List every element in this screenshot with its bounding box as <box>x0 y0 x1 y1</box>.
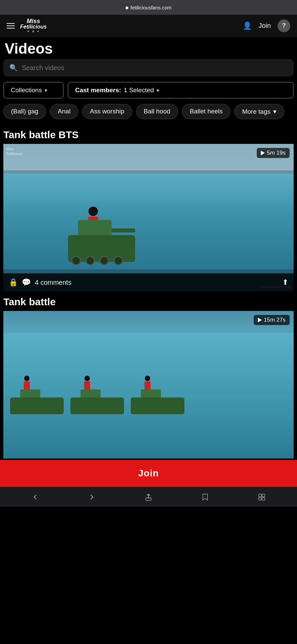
tag-ball-hood[interactable]: Ball hood <box>136 104 178 119</box>
more-tags-label: More tags <box>242 108 270 115</box>
collections-chevron-icon: ▾ <box>45 87 47 94</box>
thumbnail-bg-bts: Miss Fetilicious 5m 19s Fetiliciousfans.… <box>3 144 294 291</box>
header-right: 👤 Join ? <box>243 19 290 32</box>
join-bar-label: Join <box>138 468 159 479</box>
search-input[interactable] <box>22 64 288 72</box>
search-icon: 🔍 <box>9 64 18 72</box>
play-icon-bts <box>261 151 265 155</box>
logo-fetilicious-text: Fetilicious <box>20 24 47 30</box>
collections-label: Collections <box>11 87 42 94</box>
cast-label: Cast members: <box>75 87 121 94</box>
tank-wheels <box>71 256 123 265</box>
svg-rect-1 <box>259 494 261 497</box>
more-tags-chevron-icon: ▾ <box>273 108 277 115</box>
tanks-row <box>3 381 294 414</box>
user-icon[interactable]: 👤 <box>243 21 252 30</box>
mini-tank-2 <box>70 381 124 414</box>
nav-back-button[interactable] <box>30 492 40 502</box>
cast-selected: 1 Selected <box>124 87 154 94</box>
comment-icon[interactable]: 💬 <box>22 278 31 287</box>
search-bar: 🔍 <box>3 59 294 76</box>
header: Miss Fetilicious ✦ ❦ ✦ 👤 Join ? <box>0 15 297 37</box>
logo-miss-text: Miss <box>27 18 40 24</box>
svg-rect-4 <box>262 497 265 500</box>
tags-row: (Ball) gag Anal Ass worship Ball hood Ba… <box>0 104 297 126</box>
nav-bookmarks-button[interactable] <box>200 492 210 502</box>
duration-text-battle: 15m 27s <box>264 317 286 323</box>
video-section-bts: Tank battle BTS <box>0 126 297 291</box>
nav-tabs-button[interactable] <box>257 492 267 502</box>
duration-badge-battle: 15m 27s <box>254 315 290 325</box>
nav-forward-button[interactable] <box>87 492 97 502</box>
help-button[interactable]: ? <box>278 19 290 32</box>
cast-filter-button[interactable]: Cast members: 1 Selected ▾ <box>68 82 294 99</box>
collections-filter-button[interactable]: Collections ▾ <box>3 82 64 99</box>
video-footer-bts: 🔒 💬 4 comments ⬆ <box>3 273 294 291</box>
tank-barrel <box>108 228 135 232</box>
video-card-bts[interactable]: Miss Fetilicious 5m 19s Fetiliciousfans.… <box>3 144 294 291</box>
browser-bar: ■ fetiliciousfans.com <box>0 0 297 15</box>
video-title-battle: Tank battle <box>3 296 294 308</box>
more-tags-button[interactable]: More tags ▾ <box>234 104 284 119</box>
tag-ass-worship[interactable]: Ass worship <box>82 104 132 119</box>
nav-share-button[interactable] <box>143 492 154 502</box>
video-thumbnail-bts: Miss Fetilicious 5m 19s Fetiliciousfans.… <box>3 144 294 291</box>
video-footer-left: 🔒 💬 4 comments <box>9 278 71 287</box>
tag-anal[interactable]: Anal <box>50 104 78 119</box>
filter-row: Collections ▾ Cast members: 1 Selected ▾ <box>0 82 297 104</box>
browser-lock-icon: ■ <box>125 5 128 10</box>
lock-icon: 🔒 <box>9 278 18 287</box>
join-bar[interactable]: Join <box>0 460 297 487</box>
header-left: Miss Fetilicious ✦ ❦ ✦ <box>7 18 47 33</box>
tank-bts <box>61 202 155 262</box>
svg-rect-2 <box>262 494 265 497</box>
figure-head <box>88 207 98 216</box>
play-icon-battle <box>258 318 262 322</box>
video-thumbnail-battle: 15m 27s <box>3 311 294 459</box>
hamburger-menu-button[interactable] <box>7 23 15 29</box>
cast-chevron-icon: ▾ <box>157 87 159 94</box>
tag-ball-gag[interactable]: (Ball) gag <box>3 104 46 119</box>
share-icon-bts[interactable]: ⬆ <box>282 278 288 287</box>
site-logo: Miss Fetilicious ✦ ❦ ✦ <box>20 18 47 33</box>
page-title: Videos <box>0 37 297 59</box>
video-title-bts: Tank battle BTS <box>3 129 294 141</box>
duration-text-bts: 5m 19s <box>267 150 286 156</box>
video-card-battle[interactable]: 15m 27s <box>3 311 294 459</box>
thumbnail-logo: Miss Fetilicious <box>6 147 22 156</box>
logo-decoration: ✦ ❦ ✦ <box>27 30 40 33</box>
thumb-logo-line2: Fetilicious <box>6 151 22 156</box>
thumb-logo-line1: Miss <box>6 147 22 151</box>
comments-count-bts: 4 comments <box>35 279 71 286</box>
svg-rect-3 <box>259 497 261 500</box>
video-section-battle: Tank battle <box>0 293 297 459</box>
thumbnail-bg-battle: 15m 27s <box>3 311 294 459</box>
tag-ballet-heels[interactable]: Ballet heels <box>182 104 230 119</box>
mini-tank-3 <box>131 381 184 414</box>
tank-body <box>68 235 135 262</box>
browser-url-text: fetiliciousfans.com <box>130 5 172 10</box>
duration-badge-bts: 5m 19s <box>257 148 290 158</box>
browser-url: ■ fetiliciousfans.com <box>125 5 172 10</box>
bottom-navigation <box>0 487 297 507</box>
mini-tank-1 <box>10 381 64 414</box>
join-header-button[interactable]: Join <box>258 22 271 30</box>
